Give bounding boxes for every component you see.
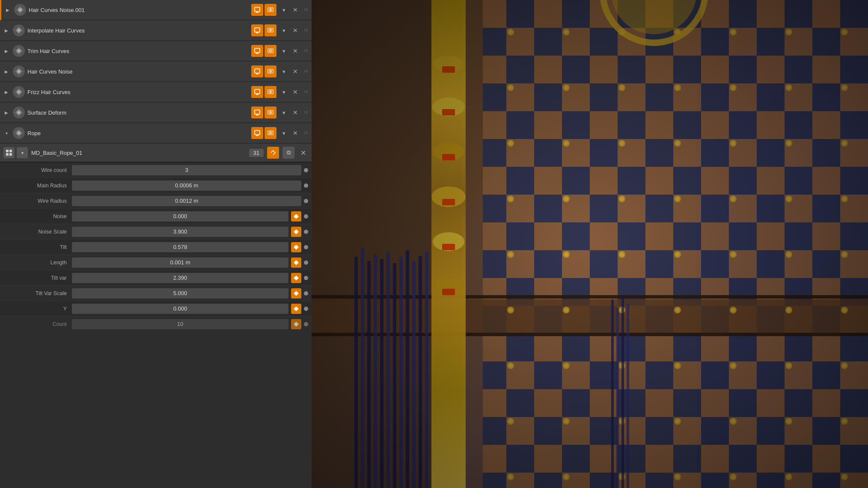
dropdown-icon[interactable]: ▾	[17, 147, 28, 158]
modifier-row[interactable]: ▾ Rope	[0, 123, 312, 144]
drag-handle[interactable]: ⠿⠿	[302, 106, 309, 118]
close-button[interactable]: ✕	[291, 129, 300, 137]
close-button[interactable]: ✕	[291, 88, 300, 96]
modifier-row[interactable]: ▶ Hair Curves Noise	[0, 62, 312, 82]
keyframe-icon-header[interactable]	[267, 147, 279, 159]
drag-handle[interactable]: ⠿⠿	[302, 127, 309, 139]
render-button[interactable]	[265, 106, 276, 118]
keyframe-dot[interactable]	[304, 291, 308, 296]
keyframe-button[interactable]	[291, 304, 301, 314]
keyframe-button[interactable]	[291, 242, 301, 252]
close-button[interactable]: ✕	[291, 47, 300, 55]
keyframe-button[interactable]	[291, 211, 301, 222]
modifier-row[interactable]: ▶ Surface Deform	[0, 103, 312, 123]
prop-value-input[interactable]: 2.390	[72, 273, 288, 283]
copy-button[interactable]: ⧉	[282, 147, 294, 159]
chevron-button[interactable]: ▾	[279, 46, 288, 56]
svg-point-71	[270, 112, 271, 113]
modifier-row[interactable]: ▶ Frizz Hair Curves	[0, 82, 312, 103]
realtime-button[interactable]	[251, 106, 263, 118]
svg-rect-18	[255, 28, 260, 32]
keyframe-dot[interactable]	[304, 214, 308, 219]
expand-button[interactable]: ▶	[4, 6, 12, 14]
prop-value-input[interactable]: 0.000	[72, 304, 288, 314]
realtime-button[interactable]	[251, 65, 263, 77]
prop-value-input[interactable]: 3.900	[72, 227, 288, 237]
chevron-button[interactable]: ▾	[279, 5, 288, 15]
chevron-button[interactable]: ▾	[279, 26, 288, 35]
prop-value-input[interactable]: 0.0012 m	[72, 196, 301, 206]
svg-point-13	[18, 30, 20, 31]
active-modifier-name: MD_Basic_Rope_01	[31, 150, 246, 156]
svg-point-49	[18, 91, 20, 93]
keyframe-button[interactable]	[291, 227, 301, 237]
expand-button[interactable]: ▶	[3, 68, 10, 75]
chevron-button[interactable]: ▾	[279, 67, 288, 76]
keyframe-dot[interactable]	[304, 183, 308, 188]
close-button[interactable]: ✕	[291, 6, 300, 14]
chevron-button[interactable]: ▾	[279, 108, 288, 117]
realtime-button[interactable]	[251, 45, 263, 57]
realtime-button[interactable]	[251, 127, 263, 139]
keyframe-dot[interactable]	[304, 230, 308, 234]
drag-handle[interactable]: ⠿⠿	[302, 24, 309, 36]
close-properties-button[interactable]: ✕	[298, 148, 308, 158]
keyframe-dot[interactable]	[304, 322, 308, 326]
expand-button[interactable]: ▶	[3, 27, 10, 34]
keyframe-dot[interactable]	[304, 199, 308, 203]
render-button[interactable]	[265, 45, 276, 57]
keyframe-dot[interactable]	[304, 245, 308, 249]
realtime-button[interactable]	[251, 4, 263, 16]
modifier-row[interactable]: ▶ Hair Curves Noise.001	[0, 0, 312, 21]
chevron-button[interactable]: ▾	[279, 128, 288, 138]
prop-label: Tilt	[3, 244, 72, 250]
svg-marker-90	[294, 245, 299, 250]
keyframe-button[interactable]	[291, 288, 301, 299]
prop-value-input[interactable]: 3	[72, 165, 301, 175]
modifier-list: ▶ Hair Curves Noise.001	[0, 0, 312, 144]
prop-label: Noise	[3, 213, 72, 219]
render-button[interactable]	[265, 86, 276, 98]
prop-value-input[interactable]: 0.0006 m	[72, 180, 301, 191]
viewport-panel[interactable]	[312, 0, 868, 488]
expand-button[interactable]: ▾	[3, 129, 10, 137]
modifier-name: Hair Curves Noise.001	[29, 7, 249, 13]
render-button[interactable]	[265, 127, 276, 139]
drag-handle[interactable]: ⠿⠿	[302, 45, 309, 57]
render-button[interactable]	[265, 65, 276, 77]
render-button[interactable]	[265, 4, 276, 16]
close-button[interactable]: ✕	[291, 26, 300, 35]
expand-button[interactable]: ▶	[3, 109, 10, 116]
svg-rect-84	[6, 150, 9, 152]
modifier-controls	[251, 4, 276, 16]
chevron-button[interactable]: ▾	[279, 87, 288, 97]
modifier-row[interactable]: ▶ Trim Hair Curves	[0, 41, 312, 62]
expand-button[interactable]: ▶	[3, 47, 10, 55]
prop-value-input[interactable]: 5.000	[72, 288, 288, 299]
close-button[interactable]: ✕	[291, 67, 300, 76]
realtime-button[interactable]	[251, 86, 263, 98]
close-button[interactable]: ✕	[291, 108, 300, 117]
prop-value-input[interactable]: 0.001 m	[72, 257, 288, 268]
keyframe-button[interactable]	[291, 319, 301, 329]
realtime-button[interactable]	[251, 24, 263, 36]
keyframe-dot[interactable]	[304, 307, 308, 311]
prop-value-input[interactable]: 10	[72, 319, 288, 329]
modifier-row[interactable]: ▶ Interpolate Hair Curves	[0, 21, 312, 41]
prop-value-input[interactable]: 0.578	[72, 242, 288, 252]
modifier-controls	[251, 86, 276, 98]
modifier-icon	[13, 127, 25, 139]
prop-value-input[interactable]: 0.000	[72, 211, 288, 222]
expand-button[interactable]: ▶	[3, 88, 10, 96]
drag-handle[interactable]: ⠿⠿	[302, 86, 309, 98]
keyframe-dot[interactable]	[304, 260, 308, 265]
property-row-y: Y 0.000	[0, 301, 312, 316]
keyframe-button[interactable]	[291, 257, 301, 268]
drag-handle[interactable]: ⠿⠿	[302, 65, 309, 77]
drag-handle[interactable]: ⠿⠿	[302, 4, 309, 16]
render-button[interactable]	[265, 24, 276, 36]
keyframe-dot[interactable]	[304, 276, 308, 280]
keyframe-button[interactable]	[291, 273, 301, 283]
node-tree-icon[interactable]	[3, 147, 15, 158]
keyframe-dot[interactable]	[304, 168, 308, 172]
